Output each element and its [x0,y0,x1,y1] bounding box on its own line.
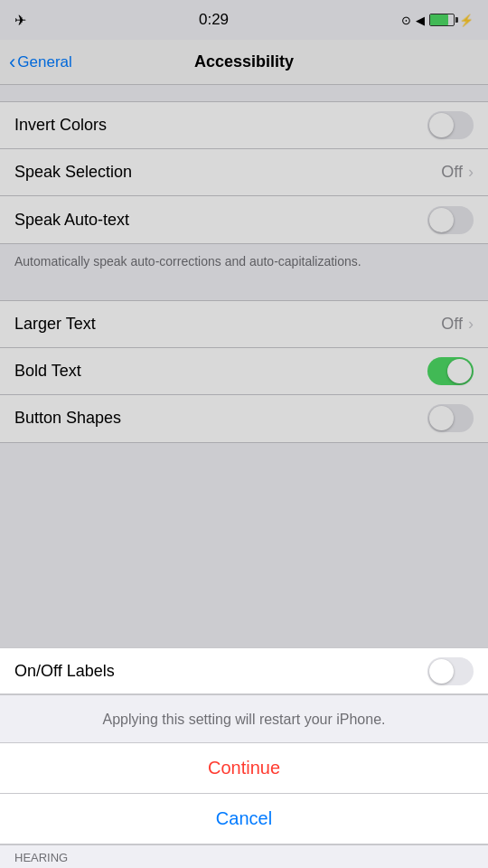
onoff-labels-row[interactable]: On/Off Labels [0,647,488,694]
continue-button[interactable]: Continue [0,743,488,794]
hearing-section-header: HEARING [0,845,488,868]
onoff-labels-knob [429,659,454,684]
dialog-message: Applying this setting will restart your … [0,695,488,743]
dialog-overlay: On/Off Labels Applying this setting will… [0,0,488,868]
onoff-labels-toggle[interactable] [427,657,474,685]
cancel-button[interactable]: Cancel [0,794,488,844]
restart-dialog: Applying this setting will restart your … [0,694,488,844]
onoff-labels-label: On/Off Labels [14,662,115,681]
